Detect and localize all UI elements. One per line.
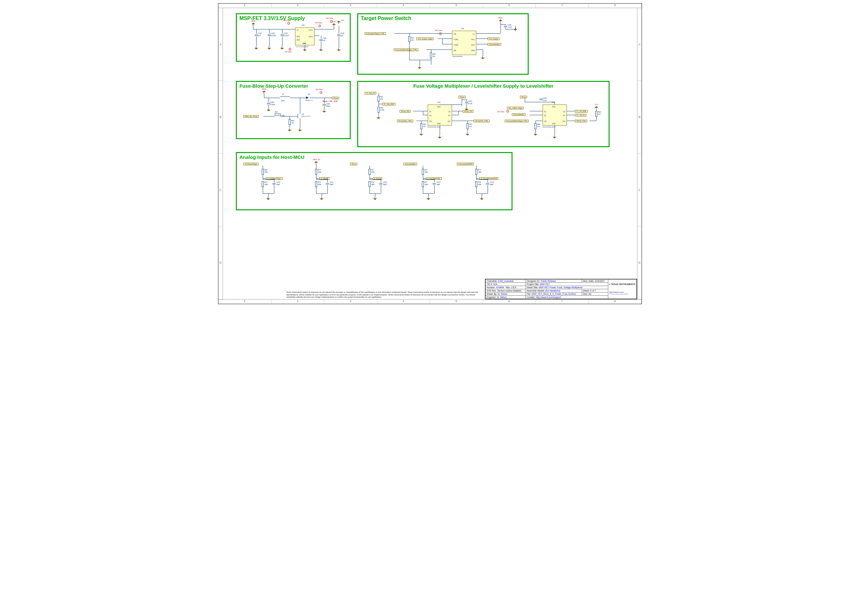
link-file[interactable]: MSP_FET_Rev2_0_5_Power_Fuse.SchDoc [532, 293, 576, 295]
res-r63 [275, 114, 281, 116]
res-top [369, 169, 370, 175]
gnd [266, 197, 270, 200]
gnd [377, 116, 380, 119]
link-contact[interactable]: http://www.ti.com/support [536, 296, 561, 298]
pwr-1v5 [337, 21, 341, 24]
net-top: VFuse [350, 163, 357, 165]
net-vcc-supply-target: VCC_Supply_Target [416, 38, 433, 40]
net-pwm: PWM_Set_VFuse [243, 115, 259, 118]
gnd [418, 66, 422, 69]
res-r67 [466, 123, 469, 129]
pwr-vbus [262, 91, 266, 94]
cap-c101 [504, 25, 507, 28]
block-title-fusemux: Fuse Voltage Multiplexer / Levelshifter … [358, 82, 609, 90]
res-bot [315, 181, 317, 187]
net-tctest-fd: TC_Test_FD [365, 92, 376, 94]
link-proj[interactable]: MSP-FET [540, 283, 550, 285]
link-tid[interactable]: N/A [493, 283, 497, 285]
ruler-left: ABCD [218, 8, 223, 299]
net-vcclvlshft-target: Vcc_LvlShft_Target [507, 107, 524, 109]
block-analog: Analog Inputs for Host-MCU VCCSenseTarge… [236, 152, 513, 210]
block-fuseblow: Fuse-Blow Step-Up Converter VBUS L3 33uH… [236, 81, 351, 139]
res-top [475, 169, 477, 175]
block-supply: MSP-FET 3.3V/1.5V Supply IN EN1 EN2 OUT1… [236, 13, 351, 62]
res-r62 [378, 107, 380, 113]
netclass-icon [320, 91, 322, 94]
ruler-right: ABCD [637, 8, 642, 299]
gnd [481, 56, 485, 59]
gnd [288, 128, 292, 132]
res-bot [422, 181, 424, 187]
res-r65 [289, 119, 290, 125]
cap [433, 182, 436, 185]
pwr-3v3 [332, 23, 336, 27]
block-fusemux: Fuse Voltage Multiplexer / Levelshifter … [357, 81, 610, 147]
ic-u20: IN EN1 EN2 OUT1 OUT2 GND [295, 28, 314, 45]
cap-c107 [465, 101, 468, 104]
net-tdioff: TDIOff_CTRL [575, 120, 587, 122]
pwr [314, 161, 318, 165]
res-r66 [420, 123, 422, 129]
gnd [319, 48, 323, 51]
gnd [303, 48, 307, 51]
net-vccls: VccLevelshifter [488, 43, 501, 45]
net-top: VCCSenseTarget [243, 163, 259, 165]
net-vfuse-tdi: VFuse_TDI [463, 110, 473, 113]
res-top [422, 169, 424, 175]
gnd [438, 135, 442, 138]
res-r59 [408, 36, 410, 42]
cap-c104 [319, 39, 323, 41]
netclass-icon [287, 22, 290, 25]
res-r68 [535, 123, 537, 129]
cap-c108 [539, 98, 543, 100]
gnd [427, 197, 430, 200]
net-vcc-supply: VCC_Supply [488, 38, 499, 40]
link-num[interactable]: XX#### [496, 286, 504, 288]
cap [379, 182, 383, 185]
gnd [267, 108, 270, 111]
ruler-bottom: 12345678 [218, 299, 642, 304]
link-asm[interactable]: [No Variations] [546, 290, 560, 292]
cap-c105 [337, 34, 341, 36]
cap-c103 [281, 34, 284, 36]
ic-u22: VDD S1 D1 IN1 S2 D2 IN2 GND [543, 105, 567, 125]
link-designed[interactable]: Public Release [541, 280, 556, 282]
net-vfuse: VFuse [458, 96, 466, 98]
link-orderable[interactable]: EVM_orderable [498, 280, 514, 282]
res-r64 [595, 111, 597, 117]
net-vfuse2test: VFuse2Test_CTRL [397, 120, 413, 122]
net-vccls: VccLevelshifter [512, 113, 526, 116]
link-sheettitle[interactable]: MSP-FET: Power, Fuse, Voltage Multiplexe… [539, 286, 583, 288]
block-title-analog: Analog Inputs for Host-MCU [237, 153, 512, 161]
cap-c129 [268, 34, 271, 36]
gnd [320, 197, 323, 200]
res-bot [262, 181, 264, 187]
net-ctrl2: VccLevelshifter2Supply_CTRL [394, 49, 418, 51]
net-vfuse: VFuse [332, 97, 339, 99]
net-tctdi-fd: TC_TDI_FD [575, 114, 586, 116]
netclass-icon [289, 48, 291, 50]
ic-u21: VDD S1 D1 IN1 S2 D2 IN2 GND [428, 105, 452, 125]
net-vccls2target: VccLevelshifter2Target_CTRL [505, 120, 529, 122]
gnd [534, 132, 537, 136]
netclass-icon [439, 32, 442, 35]
net-top: VccLevelshifterBSR [457, 163, 474, 165]
net-vfuse: VFuse [520, 96, 527, 98]
net-ctrl1: VccSupply2Targert_CTRL [365, 32, 386, 35]
res-top [262, 169, 264, 175]
block-title-fuseblow: Fuse-Blow Step-Up Converter [237, 82, 350, 90]
link-sheet[interactable]: 5 of 7 [590, 290, 596, 292]
cap-c102 [255, 34, 258, 36]
gnd [267, 46, 271, 50]
res-r61 [378, 96, 380, 102]
link-drawn[interactable]: M. Weber [497, 293, 507, 295]
gnd [337, 48, 341, 51]
cap [326, 182, 329, 185]
net-vfuse2tdi: VFuse2TDI_CTRL [474, 120, 490, 122]
netclass-icon [319, 25, 321, 27]
pwr-vbus [251, 23, 255, 26]
link-eng[interactable]: M. Weber [497, 296, 507, 298]
disclaimer: Texas Instruments and/or its licensors d… [286, 291, 484, 298]
pwr-vbus [499, 19, 502, 23]
cap-c106 [267, 102, 270, 105]
